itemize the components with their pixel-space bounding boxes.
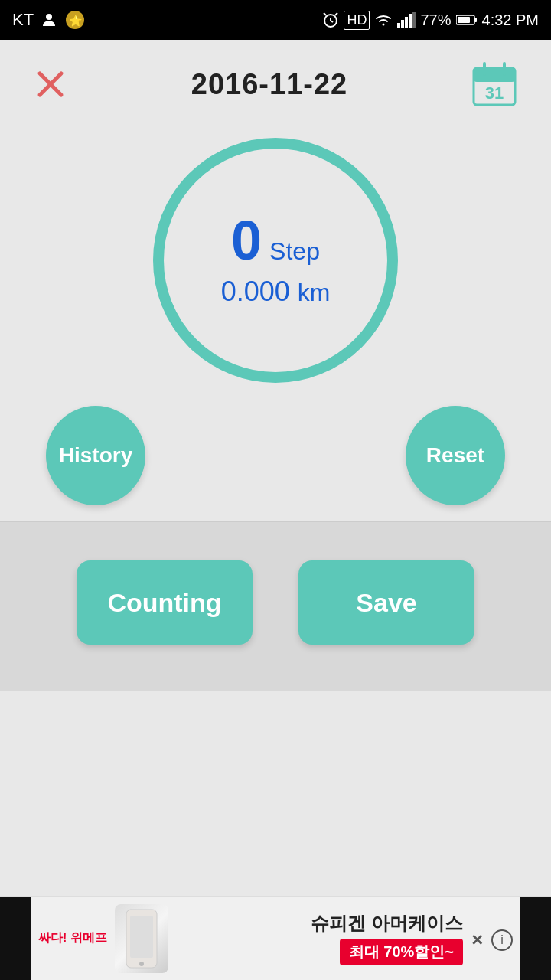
step-distance: 0.000 bbox=[221, 276, 290, 308]
close-button[interactable] bbox=[31, 64, 70, 104]
svg-rect-6 bbox=[397, 23, 400, 28]
ad-close-row: ✕ i bbox=[471, 929, 513, 951]
battery-label: 77% bbox=[420, 11, 451, 29]
status-right: HD 77% 4:32 PM bbox=[322, 11, 539, 30]
ad-info-button[interactable]: i bbox=[491, 929, 513, 951]
svg-point-23 bbox=[139, 962, 144, 966]
header-date: 2016-11-22 bbox=[191, 68, 347, 101]
svg-rect-13 bbox=[458, 17, 470, 23]
phone-image-svg bbox=[122, 908, 161, 969]
svg-rect-10 bbox=[412, 12, 416, 28]
close-icon bbox=[34, 67, 67, 101]
calendar-icon: 31 bbox=[471, 60, 518, 108]
step-counter-container: 0 Step 0.000 km bbox=[0, 138, 551, 383]
hd-label: HD bbox=[344, 11, 370, 30]
svg-text:⭐: ⭐ bbox=[69, 15, 83, 28]
ad-left-black bbox=[0, 897, 31, 981]
action-buttons: History Reset bbox=[0, 406, 551, 505]
time-label: 4:32 PM bbox=[482, 11, 539, 29]
ad-brand: 싸다! 위메프 bbox=[38, 930, 107, 946]
status-left: KT ⭐ bbox=[12, 9, 86, 31]
step-top: 0 Step bbox=[231, 213, 320, 268]
lower-section: Counting Save bbox=[0, 522, 551, 691]
svg-rect-22 bbox=[130, 916, 153, 958]
km-label: km bbox=[298, 279, 331, 307]
ad-right-black bbox=[520, 897, 551, 981]
signal-icon bbox=[397, 12, 416, 28]
reset-button[interactable]: Reset bbox=[406, 406, 505, 505]
ad-banner: 싸다! 위메프 슈피겐 아머케이스 최대 70%할인~ ✕ i bbox=[0, 896, 551, 980]
svg-rect-17 bbox=[474, 68, 515, 82]
ad-close-button[interactable]: ✕ bbox=[471, 931, 484, 949]
battery-icon bbox=[456, 14, 478, 26]
header: 2016-11-22 31 bbox=[0, 40, 551, 122]
calendar-button[interactable]: 31 bbox=[468, 58, 520, 110]
ad-logo: 싸다! 위메프 bbox=[38, 930, 107, 946]
svg-rect-12 bbox=[474, 18, 477, 22]
step-circle: 0 Step 0.000 km bbox=[153, 138, 398, 383]
step-label: Step bbox=[269, 237, 320, 266]
ad-sale: 최대 70%할인~ bbox=[340, 939, 463, 965]
alarm-icon bbox=[322, 11, 339, 28]
ad-phone-image bbox=[115, 904, 168, 973]
svg-rect-9 bbox=[409, 14, 412, 28]
svg-text:31: 31 bbox=[485, 83, 504, 103]
carrier-label: KT bbox=[12, 10, 34, 30]
wifi-icon bbox=[374, 12, 393, 28]
step-count: 0 bbox=[231, 213, 262, 268]
counting-save-row: Counting Save bbox=[46, 560, 505, 645]
main-area: 2016-11-22 31 0 Step 0.000 km History bbox=[0, 40, 551, 691]
ad-text-right: 슈피겐 아머케이스 최대 70%할인~ bbox=[176, 911, 463, 965]
history-button[interactable]: History bbox=[46, 406, 145, 505]
counting-button[interactable]: Counting bbox=[77, 560, 253, 645]
profile-icon bbox=[40, 11, 58, 29]
svg-point-0 bbox=[46, 14, 52, 20]
svg-line-5 bbox=[331, 21, 333, 22]
status-bar: KT ⭐ HD 77% 4:32 PM bbox=[0, 0, 551, 40]
svg-rect-7 bbox=[401, 20, 404, 28]
ad-content: 싸다! 위메프 슈피겐 아머케이스 최대 70%할인~ ✕ i bbox=[31, 904, 520, 973]
ad-title: 슈피겐 아머케이스 bbox=[311, 911, 463, 936]
medal-icon: ⭐ bbox=[64, 9, 86, 31]
svg-rect-8 bbox=[405, 17, 408, 28]
step-bottom: 0.000 km bbox=[221, 276, 331, 308]
save-button[interactable]: Save bbox=[298, 560, 474, 645]
